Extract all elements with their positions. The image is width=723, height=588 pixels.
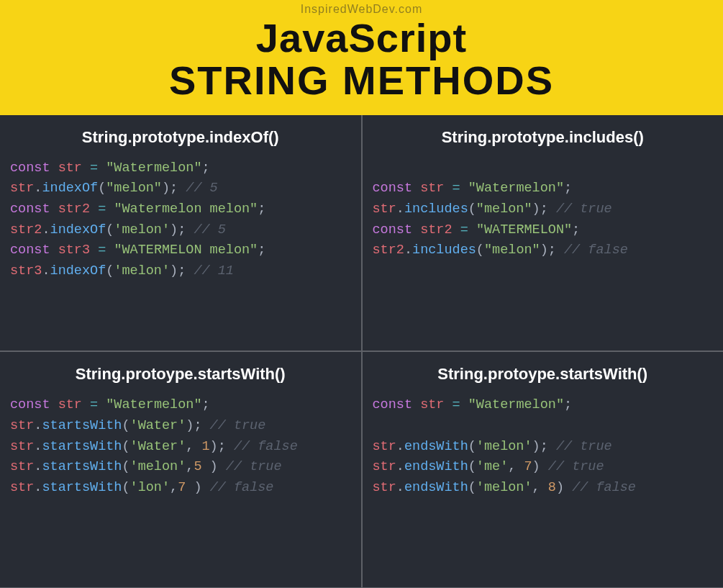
code-token: str bbox=[373, 480, 396, 495]
code-token: , bbox=[186, 459, 194, 474]
code-token: . bbox=[404, 243, 412, 258]
code-token: ; bbox=[258, 243, 265, 258]
code-token bbox=[548, 439, 556, 454]
code-token: const bbox=[373, 397, 421, 412]
code-token: 'lon' bbox=[130, 480, 170, 495]
code-token: endsWith bbox=[404, 459, 468, 474]
code-token bbox=[82, 160, 90, 176]
code-token: startsWith bbox=[42, 480, 122, 495]
code-token: const bbox=[10, 397, 58, 412]
code-token bbox=[468, 222, 476, 238]
code-token: str bbox=[420, 397, 444, 412]
code-token: 'me' bbox=[476, 459, 508, 474]
code-token: ( bbox=[122, 480, 129, 495]
code-token: 'melon' bbox=[114, 222, 170, 238]
code-token: const bbox=[373, 181, 421, 196]
code-token bbox=[218, 459, 226, 474]
code-token: str bbox=[420, 181, 444, 196]
code-token bbox=[556, 243, 564, 258]
code-token: 8 bbox=[548, 480, 556, 495]
code-token: ); bbox=[532, 439, 548, 454]
code-token: . bbox=[396, 459, 404, 474]
code-token bbox=[106, 243, 114, 258]
site-name: InspiredWebDev.com bbox=[0, 3, 723, 16]
code-token: ( bbox=[122, 418, 129, 433]
cell-title: String.prototype.indexOf() bbox=[10, 128, 351, 147]
code-token: ( bbox=[98, 181, 106, 196]
code-token: str3 bbox=[58, 243, 90, 258]
code-token: str bbox=[373, 439, 396, 454]
code-token: 'Water' bbox=[130, 418, 186, 433]
code-token: // true bbox=[556, 439, 612, 454]
code-token: str bbox=[10, 439, 34, 454]
code-token: , bbox=[508, 459, 524, 474]
code-token: ( bbox=[468, 439, 476, 454]
cell-title: String.protoype.startsWith() bbox=[10, 365, 351, 384]
code-token: ); bbox=[170, 263, 186, 279]
code-token: "Watermelon" bbox=[468, 181, 564, 196]
code-token: startsWith bbox=[42, 418, 122, 433]
code-token bbox=[444, 181, 452, 196]
code-token: . bbox=[34, 439, 42, 454]
code-token: ) bbox=[532, 459, 540, 474]
code-token bbox=[564, 480, 572, 495]
code-token bbox=[106, 202, 114, 217]
code-token: str bbox=[373, 459, 396, 474]
code-token: ); bbox=[540, 243, 556, 258]
code-token: str bbox=[10, 480, 34, 495]
code-token: ; bbox=[202, 397, 210, 412]
code-token bbox=[460, 397, 468, 412]
code-token: str bbox=[10, 459, 34, 474]
code-token bbox=[186, 263, 194, 279]
code-token: // false bbox=[210, 480, 274, 495]
code-token: . bbox=[34, 181, 42, 196]
code-token: "WATERMELON melon" bbox=[114, 243, 258, 258]
code-token: ; bbox=[258, 202, 265, 217]
code-token bbox=[444, 397, 452, 412]
code-token: // 5 bbox=[186, 181, 217, 196]
code-token: // true bbox=[210, 418, 266, 433]
code-token bbox=[202, 418, 210, 433]
cell-title: String.protoype.startsWith() bbox=[373, 365, 714, 384]
code-token: 'melon' bbox=[476, 439, 532, 454]
code-token: 'melon' bbox=[130, 459, 186, 474]
code-token: startsWith bbox=[42, 439, 122, 454]
code-token: ); bbox=[532, 202, 548, 217]
code-token bbox=[226, 439, 234, 454]
code-token: str3 bbox=[10, 263, 42, 279]
code-token: "Watermelon" bbox=[106, 397, 201, 412]
code-token: const bbox=[10, 160, 58, 176]
code-token: . bbox=[34, 459, 42, 474]
code-token bbox=[453, 222, 460, 238]
code-token: = bbox=[98, 202, 106, 217]
code-token: ); bbox=[162, 181, 178, 196]
code-token: ; bbox=[202, 160, 210, 176]
code-token: ); bbox=[170, 222, 186, 238]
code-token: 'melon' bbox=[114, 263, 170, 279]
code-token: const bbox=[10, 202, 58, 217]
code-token: ( bbox=[106, 263, 114, 279]
code-block: const str = "Watermelon"; str.indexOf("m… bbox=[10, 158, 351, 282]
code-block: const str = "Watermelon"; str.startsWith… bbox=[10, 395, 351, 498]
code-token: = bbox=[90, 160, 98, 176]
code-token: // false bbox=[572, 480, 636, 495]
code-token: ( bbox=[122, 459, 129, 474]
code-token: str2 bbox=[373, 243, 404, 258]
code-block: const str = "Watermelon"; str.endsWith('… bbox=[373, 395, 714, 498]
code-token: const bbox=[10, 243, 58, 258]
code-token: . bbox=[34, 418, 42, 433]
header: InspiredWebDev.com JavaScript STRING MET… bbox=[0, 0, 723, 115]
code-token: indexOf bbox=[50, 263, 106, 279]
code-token: ); bbox=[186, 418, 201, 433]
code-token: includes bbox=[404, 202, 468, 217]
code-token: , bbox=[532, 480, 548, 495]
code-token: = bbox=[90, 397, 98, 412]
code-token: = bbox=[453, 397, 460, 412]
code-token: , bbox=[170, 480, 178, 495]
code-token: str2 bbox=[10, 222, 42, 238]
code-token: 7 bbox=[524, 459, 532, 474]
code-token: includes bbox=[412, 243, 476, 258]
code-token: ( bbox=[106, 222, 114, 238]
code-token: ( bbox=[468, 459, 476, 474]
code-token bbox=[540, 459, 548, 474]
